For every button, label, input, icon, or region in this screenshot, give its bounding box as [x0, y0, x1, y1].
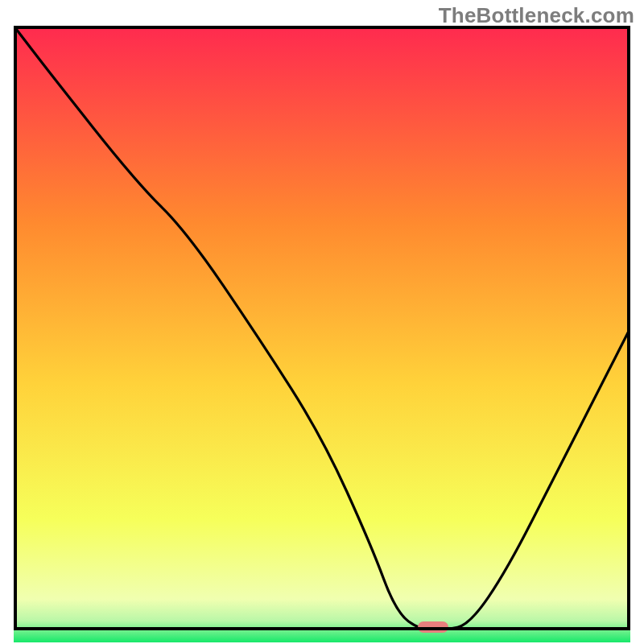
bottleneck-curve — [14, 26, 630, 630]
axis-bottom — [14, 627, 630, 630]
axis-left — [14, 26, 17, 630]
curve-layer — [14, 26, 630, 630]
axis-right — [627, 26, 630, 630]
watermark-text: TheBottleneck.com — [439, 3, 634, 28]
axis-top — [14, 26, 630, 29]
chart-stage: TheBottleneck.com — [0, 0, 644, 644]
plot-area — [14, 26, 630, 630]
